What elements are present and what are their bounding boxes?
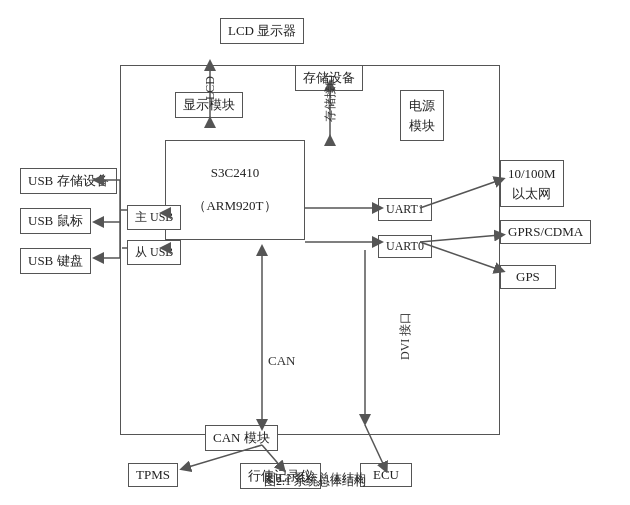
svg-text:存储接口: 存储接口: [323, 74, 337, 122]
svg-line-22: [420, 180, 500, 208]
svg-line-23: [420, 235, 500, 242]
figure-caption: 图2.1 系统总体结构: [10, 470, 620, 487]
diagram: LCD 显示器 显示模块 存储设备 电源 模块 S3C2410 （ARM920T…: [10, 10, 620, 495]
svg-text:CAN: CAN: [268, 353, 296, 368]
arrows-svg: LCD 存储接口 CAN DVI 接口: [10, 10, 620, 490]
svg-text:DVI 接口: DVI 接口: [398, 312, 412, 360]
svg-line-24: [420, 242, 500, 270]
svg-line-26: [262, 445, 282, 468]
svg-text:LCD: LCD: [203, 76, 217, 100]
svg-line-25: [185, 445, 262, 468]
svg-line-27: [365, 425, 385, 468]
